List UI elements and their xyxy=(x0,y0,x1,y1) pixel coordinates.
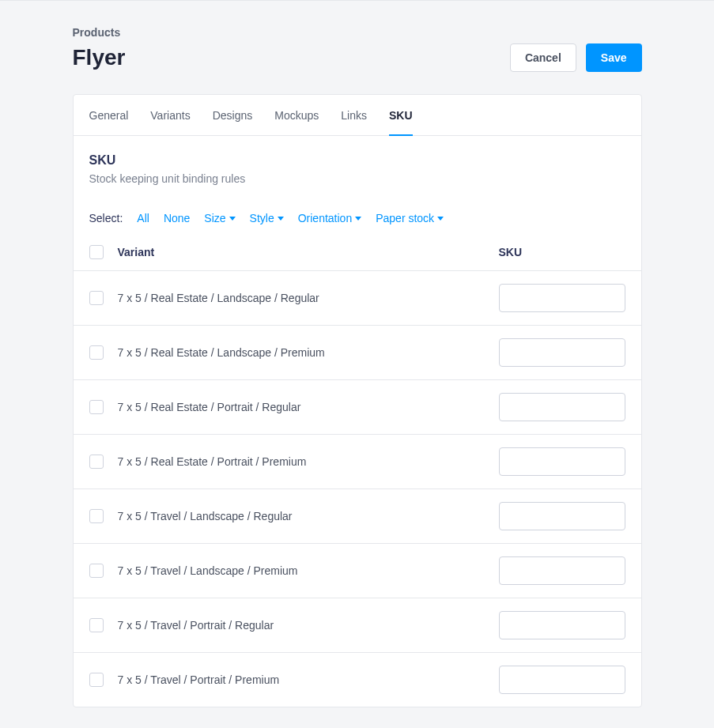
sku-input[interactable] xyxy=(499,393,625,421)
filter-text: Orientation xyxy=(298,212,352,224)
filter-text: Style xyxy=(250,212,274,224)
row-checkbox[interactable] xyxy=(89,564,104,578)
variant-label: 7 x 5 / Real Estate / Portrait / Regular xyxy=(118,401,499,413)
tab-sku[interactable]: SKU xyxy=(389,95,413,136)
sku-input[interactable] xyxy=(499,666,625,694)
variant-table-body: 7 x 5 / Real Estate / Landscape / Regula… xyxy=(74,270,641,707)
caret-down-icon xyxy=(355,217,361,221)
row-checkbox[interactable] xyxy=(89,509,104,523)
panel-title: SKU xyxy=(89,153,625,168)
caret-down-icon xyxy=(229,217,236,221)
save-button[interactable]: Save xyxy=(586,43,642,72)
table-row: 7 x 5 / Travel / Portrait / Regular xyxy=(74,598,641,652)
variant-label: 7 x 5 / Real Estate / Landscape / Regula… xyxy=(118,292,499,304)
table-row: 7 x 5 / Real Estate / Portrait / Premium xyxy=(74,434,641,488)
sku-input[interactable] xyxy=(499,556,625,585)
row-checkbox[interactable] xyxy=(89,673,104,687)
table-row: 7 x 5 / Travel / Landscape / Regular xyxy=(74,488,641,543)
filter-text: Size xyxy=(204,212,225,224)
variant-label: 7 x 5 / Real Estate / Landscape / Premiu… xyxy=(118,346,499,359)
tab-variants[interactable]: Variants xyxy=(150,95,190,136)
select-all-checkbox[interactable] xyxy=(89,245,104,259)
tab-designs[interactable]: Designs xyxy=(213,95,253,136)
sku-card: GeneralVariantsDesignsMockupsLinksSKU SK… xyxy=(73,94,642,707)
cancel-button[interactable]: Cancel xyxy=(510,43,576,72)
filter-all[interactable]: All xyxy=(137,212,149,224)
caret-down-icon xyxy=(278,217,284,221)
filter-label: Select: xyxy=(89,212,123,224)
tab-bar: GeneralVariantsDesignsMockupsLinksSKU xyxy=(74,95,641,136)
sku-input[interactable] xyxy=(499,284,625,312)
page-title: Flyer xyxy=(73,45,126,70)
variant-label: 7 x 5 / Real Estate / Portrait / Premium xyxy=(118,455,499,468)
variant-label: 7 x 5 / Travel / Landscape / Regular xyxy=(118,510,499,522)
filter-size[interactable]: Size xyxy=(204,212,235,224)
column-header-sku: SKU xyxy=(499,246,625,258)
variant-label: 7 x 5 / Travel / Portrait / Premium xyxy=(118,673,499,686)
variant-label: 7 x 5 / Travel / Landscape / Premium xyxy=(118,564,499,577)
sku-input[interactable] xyxy=(499,447,625,476)
filter-orientation[interactable]: Orientation xyxy=(298,212,361,224)
table-row: 7 x 5 / Real Estate / Landscape / Regula… xyxy=(74,270,641,325)
sku-input[interactable] xyxy=(499,502,625,530)
tab-mockups[interactable]: Mockups xyxy=(274,95,319,136)
filter-text: All xyxy=(137,212,149,224)
filter-none[interactable]: None xyxy=(164,212,190,224)
caret-down-icon xyxy=(437,217,444,221)
variant-label: 7 x 5 / Travel / Portrait / Regular xyxy=(118,619,499,632)
header-actions: Cancel Save xyxy=(510,43,642,72)
tab-links[interactable]: Links xyxy=(341,95,367,136)
table-row: 7 x 5 / Travel / Portrait / Premium xyxy=(74,652,641,707)
column-header-variant: Variant xyxy=(118,246,499,258)
row-checkbox[interactable] xyxy=(89,455,104,469)
row-checkbox[interactable] xyxy=(89,618,104,632)
sku-input[interactable] xyxy=(499,338,625,367)
filter-text: None xyxy=(164,212,190,224)
row-checkbox[interactable] xyxy=(89,400,104,414)
filter-text: Paper stock xyxy=(376,212,434,224)
row-checkbox[interactable] xyxy=(89,345,104,360)
tab-general[interactable]: General xyxy=(89,95,129,136)
table-header: Variant SKU xyxy=(74,239,641,270)
panel-subtitle: Stock keeping unit binding rules xyxy=(89,172,625,185)
filter-bar: Select: AllNoneSizeStyleOrientationPaper… xyxy=(74,193,641,239)
table-row: 7 x 5 / Travel / Landscape / Premium xyxy=(74,543,641,598)
table-row: 7 x 5 / Real Estate / Portrait / Regular xyxy=(74,379,641,434)
sku-input[interactable] xyxy=(499,611,625,639)
filter-style[interactable]: Style xyxy=(250,212,284,224)
filter-paper-stock[interactable]: Paper stock xyxy=(376,212,444,224)
table-row: 7 x 5 / Real Estate / Landscape / Premiu… xyxy=(74,325,641,379)
row-checkbox[interactable] xyxy=(89,291,104,305)
breadcrumb[interactable]: Products xyxy=(73,26,642,39)
